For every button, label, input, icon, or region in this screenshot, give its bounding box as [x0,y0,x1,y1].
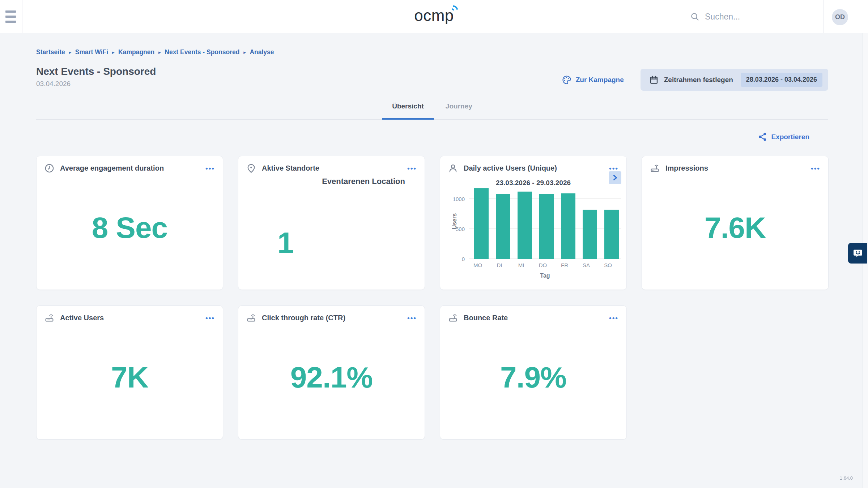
chevron-right-icon: ▸ [112,50,114,55]
card-menu-button[interactable]: ••• [811,165,820,172]
bar-mo [474,188,489,259]
card-title: Daily active Users (Unique) [464,164,557,172]
timeframe-label: Zeitrahmen festlegen [664,76,733,84]
impressions-value: 7.6K [705,213,766,243]
chart-x-tick-label: DO [531,262,555,268]
chart-x-tick-label: DI [487,262,512,268]
chevron-right-icon: ▸ [158,50,161,55]
location-pin-icon [246,163,256,173]
card-title: Active Users [60,314,104,322]
search-input[interactable] [705,12,820,22]
page-date: 03.04.2026 [36,80,156,88]
card-impressions: Impressions ••• 7.6K [642,156,829,290]
chart-x-tick-label: FR [552,262,577,268]
bounce-rate-value: 7.9% [500,363,566,392]
card-menu-button[interactable]: ••• [407,314,417,321]
engagement-value: 8 Sec [92,213,167,243]
main-content: Startseite ▸ Smart WiFi ▸ Kampagnen ▸ Ne… [0,33,868,440]
card-menu-button[interactable]: ••• [205,314,215,321]
card-title: Click through rate (CTR) [262,314,345,322]
chevron-right-icon: ▸ [243,50,246,55]
card-aktive-standorte: Aktive Standorte ••• Eventarenen Locatio… [238,156,425,290]
chart-x-tick-label: SA [574,262,599,268]
tab-journey[interactable]: Journey [435,102,482,119]
bar-do [539,194,554,259]
chart-x-tick-label: MI [509,262,533,268]
title-row: Next Events - Sponsored 03.04.2026 Zur K… [36,66,828,91]
router-icon [44,313,54,323]
chart-y-axis-label: Users [447,184,463,259]
daily-users-bar-chart: Users Tag 05001000MODIMIDOFRSASO [469,184,621,259]
tab-uebersicht[interactable]: Übersicht [382,102,434,119]
app-logo-text: ocmp [414,7,454,24]
page-title: Next Events - Sponsored [36,66,156,77]
version-label: 1.64.0 [840,475,853,481]
card-title: Aktive Standorte [262,164,319,172]
breadcrumb-item-startseite[interactable]: Startseite [36,48,65,56]
calendar-icon [649,75,659,85]
breadcrumb-item-analyse[interactable]: Analyse [250,48,274,56]
bar-di [496,194,510,259]
bar-fr [561,193,575,259]
card-menu-button[interactable]: ••• [407,165,417,172]
locations-count: 1 [277,228,294,258]
search-box [690,0,820,33]
chart-x-tick-label: MO [465,262,490,268]
export-label: Exportieren [771,133,809,141]
router-icon [448,313,458,323]
widget-grid: Average engagement duration ••• 8 Sec Ak… [36,156,828,440]
tab-bar: Übersicht Journey [36,102,828,120]
chart-x-tick-label: SO [596,262,620,268]
share-icon [758,132,767,141]
router-icon [246,313,256,323]
top-bar: ocmp OD [0,0,868,33]
breadcrumb: Startseite ▸ Smart WiFi ▸ Kampagnen ▸ Ne… [36,48,828,56]
chart-x-axis-label: Tag [469,273,621,279]
chart-y-tick-label: 500 [456,226,465,232]
chart-y-tick-label: 1000 [453,196,465,202]
ctr-value: 92.1% [290,363,373,392]
card-bounce-rate: Bounce Rate ••• 7.9% [440,305,627,440]
avatar[interactable]: OD [832,9,848,25]
feedback-widget-button[interactable] [848,243,867,264]
bar-mi [518,192,532,259]
campaign-link[interactable]: Zur Kampagne [562,75,624,85]
timeframe-picker[interactable]: Zeitrahmen festlegen 28.03.2026 - 03.04.… [641,69,828,91]
timeframe-value-chip[interactable]: 28.03.2026 - 03.04.2026 [741,73,822,87]
router-icon [650,163,660,173]
user-icon [448,163,458,173]
card-title: Average engagement duration [60,164,164,172]
card-click-through-rate: Click through rate (CTR) ••• 92.1% [238,305,425,440]
wifi-signal-icon [449,4,460,15]
chart-next-week-button[interactable] [609,171,621,184]
breadcrumb-item-campaign[interactable]: Next Events - Sponsored [165,48,239,56]
card-title: Bounce Rate [464,314,508,322]
header-divider [824,0,824,33]
chart-y-tick-label: 0 [462,256,465,262]
export-button[interactable]: Exportieren [36,132,809,141]
breadcrumb-item-kampagnen[interactable]: Kampagnen [118,48,154,56]
card-menu-button[interactable]: ••• [205,165,215,172]
breadcrumb-item-smart-wifi[interactable]: Smart WiFi [75,48,108,56]
card-menu-button[interactable]: ••• [609,165,618,172]
card-active-users: Active Users ••• 7K [36,305,223,440]
card-title: Impressions [665,164,708,172]
chat-smiley-icon [852,248,863,259]
header-divider [22,0,22,33]
campaign-link-label: Zur Kampagne [576,76,624,84]
chevron-right-icon [612,174,618,181]
card-daily-active-users: Daily active Users (Unique) ••• 23.03.20… [440,156,627,290]
bar-sa [583,210,597,259]
bar-so [604,210,619,259]
app-logo: ocmp [414,7,454,25]
card-menu-button[interactable]: ••• [609,314,618,321]
search-icon [690,12,699,21]
active-users-value: 7K [111,363,148,392]
card-average-engagement-duration: Average engagement duration ••• 8 Sec [36,156,223,290]
clock-icon [44,163,54,173]
palette-icon [562,75,572,85]
chevron-right-icon: ▸ [69,50,71,55]
hamburger-menu-button[interactable] [5,10,16,23]
avatar-initials: OD [835,13,845,21]
location-name: Eventarenen Location [322,177,405,186]
